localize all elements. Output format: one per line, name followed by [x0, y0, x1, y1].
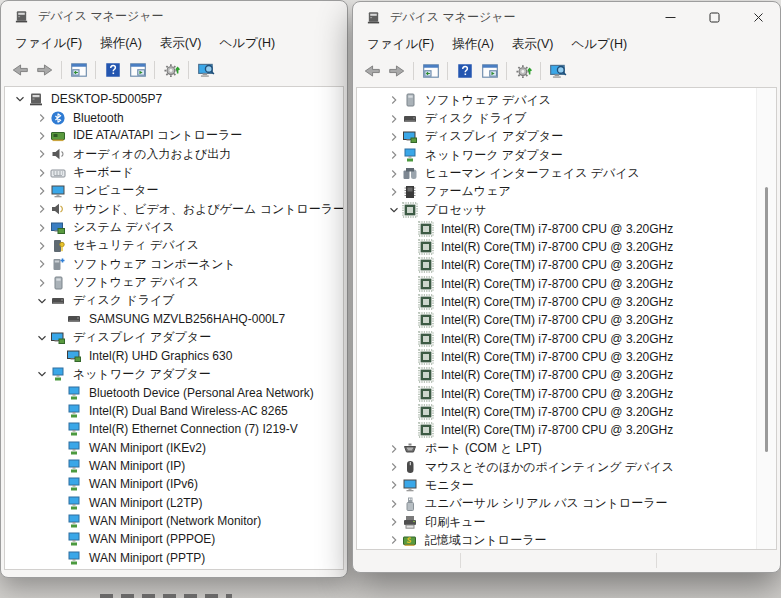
tree-item[interactable]: サウンド、ビデオ、およびゲーム コントローラー: [5, 200, 343, 218]
chevron-down-icon[interactable]: [33, 293, 50, 309]
tree-item[interactable]: WAN Miniport (IPv6): [5, 475, 343, 493]
tree-item[interactable]: オーディオの入力および出力: [5, 145, 343, 163]
menu-item-2[interactable]: 表示(V): [503, 33, 563, 56]
close-button[interactable]: [736, 2, 780, 32]
tree-item[interactable]: Intel(R) Core(TM) i7-8700 CPU @ 3.20GHz: [357, 385, 776, 403]
chevron-right-icon[interactable]: [385, 129, 402, 145]
chevron-right-icon[interactable]: [385, 514, 402, 530]
maximize-button[interactable]: [692, 2, 736, 32]
tree-item[interactable]: Bluetooth Device (Personal Area Network): [5, 384, 343, 402]
tree-item[interactable]: Intel(R) Core(TM) i7-8700 CPU @ 3.20GHz: [357, 293, 776, 311]
chevron-right-icon[interactable]: [385, 496, 402, 512]
titlebar[interactable]: デバイス マネージャー: [353, 2, 780, 32]
tree-item[interactable]: ヒューマン インターフェイス デバイス: [357, 164, 776, 182]
scan-hardware-button[interactable]: [511, 60, 536, 83]
chevron-right-icon[interactable]: [385, 532, 402, 548]
tree-item[interactable]: コンピューター: [5, 182, 343, 200]
tree-item[interactable]: SAMSUNG MZVLB256HAHQ-000L7: [5, 310, 343, 328]
tree-item[interactable]: ソフトウェア コンポーネント: [5, 255, 343, 273]
tree-item[interactable]: IDE ATA/ATAPI コントローラー: [5, 127, 343, 145]
chevron-right-icon[interactable]: [385, 147, 402, 163]
help-button[interactable]: [100, 59, 125, 82]
tree-item[interactable]: キーボード: [5, 163, 343, 181]
chevron-right-icon[interactable]: [385, 92, 402, 108]
chevron-down-icon[interactable]: [385, 202, 402, 218]
tree-item[interactable]: ネットワーク アダプター: [357, 146, 776, 164]
tree-item[interactable]: Intel(R) Core(TM) i7-8700 CPU @ 3.20GHz: [357, 403, 776, 421]
chevron-right-icon[interactable]: [33, 146, 50, 162]
action-pane-button[interactable]: [477, 60, 502, 83]
chevron-right-icon[interactable]: [385, 459, 402, 475]
minimize-button[interactable]: [648, 2, 692, 32]
console-tree-button[interactable]: [418, 60, 443, 83]
menu-item-2[interactable]: 表示(V): [151, 32, 211, 55]
tree-item[interactable]: Intel(R) Core(TM) i7-8700 CPU @ 3.20GHz: [357, 366, 776, 384]
menu-item-0[interactable]: ファイル(F): [6, 32, 91, 55]
chevron-right-icon[interactable]: [33, 201, 50, 217]
scrollbar-thumb[interactable]: [765, 187, 768, 452]
action-pane-button[interactable]: [125, 59, 150, 82]
tree-item[interactable]: Intel(R) Core(TM) i7-8700 CPU @ 3.20GHz: [357, 274, 776, 292]
tree-item[interactable]: WAN Miniport (IP): [5, 457, 343, 475]
chevron-right-icon[interactable]: [33, 165, 50, 181]
tree-item[interactable]: システム デバイス: [5, 218, 343, 236]
tree-item[interactable]: ユニバーサル シリアル バス コントローラー: [357, 495, 776, 513]
tree-item[interactable]: 印刷キュー: [357, 513, 776, 531]
menu-item-3[interactable]: ヘルプ(H): [210, 32, 284, 55]
tree-item[interactable]: Intel(R) Core(TM) i7-8700 CPU @ 3.20GHz: [357, 238, 776, 256]
tree-item[interactable]: Intel(R) Core(TM) i7-8700 CPU @ 3.20GHz: [357, 219, 776, 237]
tree-item[interactable]: ディスプレイ アダプター: [357, 128, 776, 146]
tree-item[interactable]: ソフトウェア デバイス: [5, 273, 343, 291]
help-button[interactable]: [452, 60, 477, 83]
tree-item[interactable]: Intel(R) UHD Graphics 630: [5, 347, 343, 365]
chevron-right-icon[interactable]: [385, 184, 402, 200]
tree-item[interactable]: ポート (COM と LPT): [357, 440, 776, 458]
search-computer-button[interactable]: [545, 60, 570, 83]
chevron-down-icon[interactable]: [11, 91, 28, 107]
tree-item[interactable]: モニター: [357, 476, 776, 494]
vertical-scrollbar[interactable]: [756, 88, 776, 549]
tree-item[interactable]: プロセッサ: [357, 201, 776, 219]
back-arrow-button[interactable]: [7, 59, 32, 82]
chevron-right-icon[interactable]: [385, 441, 402, 457]
tree-item[interactable]: ソフトウェア デバイス: [357, 91, 776, 109]
tree-item[interactable]: マウスとそのほかのポインティング デバイス: [357, 458, 776, 476]
tree-item[interactable]: Intel(R) Dual Band Wireless-AC 8265: [5, 402, 343, 420]
forward-arrow-button[interactable]: [32, 59, 57, 82]
tree-item[interactable]: WAN Miniport (PPPOE): [5, 530, 343, 548]
chevron-right-icon[interactable]: [33, 128, 50, 144]
menu-item-1[interactable]: 操作(A): [91, 32, 151, 55]
tree-item[interactable]: セキュリティ デバイス: [5, 237, 343, 255]
scan-hardware-button[interactable]: [159, 59, 184, 82]
forward-arrow-button[interactable]: [384, 60, 409, 83]
tree-item[interactable]: WAN Miniport (Network Monitor): [5, 512, 343, 530]
search-computer-button[interactable]: [193, 59, 218, 82]
menu-item-1[interactable]: 操作(A): [443, 33, 503, 56]
chevron-right-icon[interactable]: [385, 477, 402, 493]
tree-item[interactable]: ディスプレイ アダプター: [5, 328, 343, 346]
chevron-down-icon[interactable]: [33, 366, 50, 382]
tree-item[interactable]: ファームウェア: [357, 183, 776, 201]
chevron-right-icon[interactable]: [33, 256, 50, 272]
menu-item-3[interactable]: ヘルプ(H): [562, 33, 636, 56]
back-arrow-button[interactable]: [359, 60, 384, 83]
tree-item[interactable]: ディスク ドライブ: [5, 292, 343, 310]
tree-item[interactable]: Intel(R) Core(TM) i7-8700 CPU @ 3.20GHz: [357, 311, 776, 329]
tree-item[interactable]: Intel(R) Core(TM) i7-8700 CPU @ 3.20GHz: [357, 256, 776, 274]
tree-item[interactable]: ネットワーク アダプター: [5, 365, 343, 383]
chevron-right-icon[interactable]: [33, 183, 50, 199]
chevron-right-icon[interactable]: [385, 111, 402, 127]
chevron-right-icon[interactable]: [33, 238, 50, 254]
chevron-right-icon[interactable]: [33, 220, 50, 236]
menu-item-0[interactable]: ファイル(F): [358, 33, 443, 56]
console-tree-button[interactable]: [66, 59, 91, 82]
tree-item[interactable]: WAN Miniport (IKEv2): [5, 439, 343, 457]
tree-item[interactable]: Intel(R) Core(TM) i7-8700 CPU @ 3.20GHz: [357, 329, 776, 347]
tree-item[interactable]: Bluetooth: [5, 108, 343, 126]
tree-item[interactable]: DESKTOP-5D005P7: [5, 90, 343, 108]
tree-item[interactable]: Intel(R) Ethernet Connection (7) I219-V: [5, 420, 343, 438]
tree-item[interactable]: Intel(R) Core(TM) i7-8700 CPU @ 3.20GHz: [357, 421, 776, 439]
titlebar[interactable]: デバイス マネージャー: [1, 1, 347, 31]
chevron-right-icon[interactable]: [33, 110, 50, 126]
tree-item[interactable]: ディスク ドライブ: [357, 109, 776, 127]
